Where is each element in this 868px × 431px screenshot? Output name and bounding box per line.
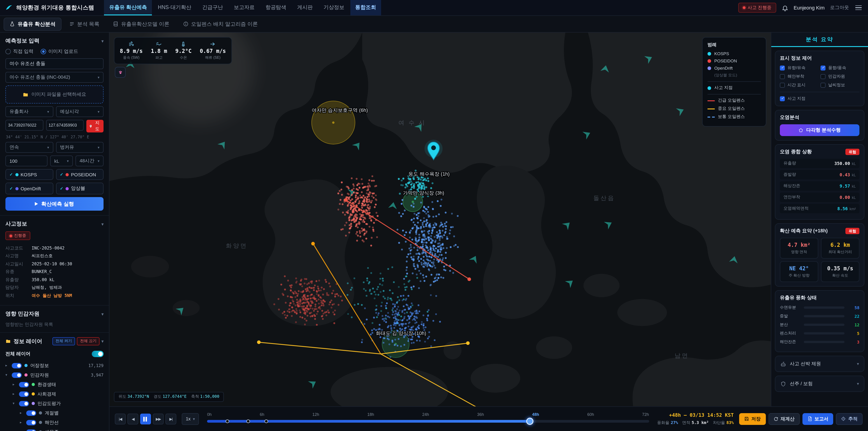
layers-all-on-button[interactable]: 전체 켜기	[52, 337, 75, 345]
run-prediction-button[interactable]: 확산예측 실행	[5, 197, 103, 211]
duration-select[interactable]: 48시간▾	[75, 155, 103, 166]
tab[interactable]: 유출유확산모델 이론	[107, 18, 175, 31]
display-option-checkbox[interactable]: 시간 표시	[780, 82, 819, 88]
model-checkbox-chip[interactable]: ✓ 앙상블	[56, 183, 103, 194]
playback-speed-select[interactable]: 1x▾	[182, 413, 199, 425]
polygon-analysis-button[interactable]: 다각형 분석수행	[780, 124, 860, 136]
playback-button[interactable]: ▌▌	[140, 413, 151, 424]
layer-tree-row[interactable]: ▸ 해안선	[5, 418, 103, 427]
timeline-tick-label[interactable]: 18h	[367, 412, 374, 417]
tree-caret-icon[interactable]: ▾	[13, 401, 16, 405]
nav-item[interactable]: HNS·대기확산	[153, 0, 196, 16]
display-option-checkbox[interactable]: 풍향/풍속	[820, 65, 860, 71]
oil-type-select[interactable]: 벙커유▾	[56, 142, 103, 153]
map-annotation-button[interactable]	[115, 67, 126, 78]
action-button[interactable]: 보고서	[802, 413, 833, 425]
layer-tree-row[interactable]: ▸ 생물종	[5, 427, 103, 431]
spill-type-select[interactable]: 연속▾	[5, 142, 53, 153]
layer-tree-row[interactable]: ▸ 계절별	[5, 408, 103, 418]
collapsible-section-header[interactable]: 선주 / 보험 ▾	[775, 376, 864, 392]
layer-toggle[interactable]	[26, 410, 36, 415]
tree-caret-icon[interactable]: ▸	[20, 411, 24, 415]
nav-item[interactable]: 유출유 확산예측	[104, 0, 152, 16]
nav-item[interactable]: 항공탐색	[260, 0, 291, 16]
display-option-checkbox[interactable]: 날씨정보	[820, 82, 860, 88]
nav-item[interactable]: 긴급구난	[197, 0, 228, 16]
layer-tree-row[interactable]: ▸ 환경생태	[5, 380, 103, 389]
incident-select[interactable]: 여수 유조선 충돌 (INC-0042)▾	[5, 72, 103, 83]
tab[interactable]: 분석 목록	[63, 18, 105, 31]
timeline-tick-label[interactable]: 72h	[642, 412, 649, 417]
incident-name-input[interactable]	[5, 58, 103, 69]
layer-tree-row[interactable]: ▸ 사회경제	[5, 389, 103, 399]
layer-toggle[interactable]	[26, 420, 36, 425]
unit-select[interactable]: kL▾	[50, 155, 73, 166]
input-mode-radio[interactable]: 직접 입력	[5, 49, 33, 55]
longitude-input[interactable]	[46, 120, 84, 131]
timeline-tick-label[interactable]: 48h	[532, 412, 539, 417]
map-canvas[interactable]: 여 수 시화양면돌산읍남면여자만 습지보호구역 (6h)웅도 해수욕장 (1h)…	[110, 33, 771, 406]
timeline-tick-label[interactable]: 60h	[587, 412, 594, 417]
timeline-event-marker[interactable]	[225, 419, 229, 423]
playback-button[interactable]: ◀	[127, 413, 138, 424]
layer-tree-row[interactable]: ▾ 민감자원 3,947	[5, 370, 103, 380]
model-checkbox-chip[interactable]: ✓ POSEIDON	[56, 169, 103, 180]
timeline-event-marker[interactable]	[246, 419, 250, 423]
tab[interactable]: 유출유 확산분석	[4, 18, 61, 31]
display-option-checkbox[interactable]: 해안부착	[780, 74, 819, 80]
timeline-thumb[interactable]	[526, 418, 533, 425]
tree-caret-icon[interactable]: ▸	[5, 363, 9, 368]
action-button[interactable]: 추적	[836, 413, 863, 425]
tree-caret-icon[interactable]: ▸	[20, 420, 24, 425]
nav-item[interactable]: 보고자료	[229, 0, 260, 16]
layer-toggle[interactable]	[19, 391, 29, 397]
spill-amount-input[interactable]	[5, 155, 48, 166]
playback-button[interactable]: ▶|	[165, 413, 176, 424]
tree-caret-icon[interactable]: ▸	[13, 392, 16, 396]
timeline-tick-label[interactable]: 0h	[207, 412, 212, 417]
nav-item[interactable]: 게시판	[292, 0, 318, 16]
timeline-event-marker[interactable]	[265, 419, 268, 423]
nav-item[interactable]: 통합조회	[350, 0, 381, 16]
playback-button[interactable]: ▶▶	[153, 413, 164, 424]
layer-tree-row[interactable]: ▾ 민감도평가	[5, 399, 103, 408]
timeline-slider[interactable]: 0h6h12h18h24h36h48h60h72h	[207, 411, 649, 427]
timeline-tick-label[interactable]: 24h	[422, 412, 429, 417]
layer-toggle[interactable]	[19, 382, 29, 387]
collapse-chevron-icon[interactable]: ▾	[101, 222, 103, 226]
model-checkbox-chip[interactable]: ✓ OpenDrift	[5, 183, 53, 194]
input-mode-radio[interactable]: 이미지 업로드	[41, 49, 78, 55]
timeline-track[interactable]	[207, 420, 649, 423]
layer-toggle[interactable]	[12, 363, 22, 368]
timeline-tick-label[interactable]: 12h	[312, 412, 319, 417]
menu-icon[interactable]	[855, 4, 863, 11]
model-checkbox-chip[interactable]: ✓ KOSPS	[5, 169, 53, 180]
tree-caret-icon[interactable]: ▸	[13, 382, 16, 387]
action-button[interactable]: 저장	[739, 413, 766, 425]
layer-toggle[interactable]	[19, 401, 29, 406]
action-button[interactable]: 재계산	[768, 413, 800, 425]
image-upload-dropzone[interactable]: 이미지 파일을 선택하세요	[5, 86, 103, 103]
collapsible-section-header[interactable]: 사고 선박 제원 ▾	[775, 356, 864, 372]
incident-point-checkbox[interactable]: 사고 지점	[780, 96, 860, 102]
logout-link[interactable]: 로그아웃	[830, 4, 849, 11]
collapse-chevron-icon[interactable]: ▾	[101, 339, 103, 343]
display-option-checkbox[interactable]: 유향/유속	[780, 65, 819, 71]
collapse-chevron-icon[interactable]: ▾	[101, 39, 103, 43]
layers-all-off-button[interactable]: 전체 끄기	[77, 337, 100, 345]
tab[interactable]: 오일펜스 배치 알고리즘 이론	[177, 18, 264, 31]
collapse-chevron-icon[interactable]: ▾	[101, 312, 103, 316]
time-select[interactable]: 예상시각▾	[56, 106, 103, 117]
company-select[interactable]: 유출회사▾	[5, 106, 53, 117]
layer-toggle[interactable]	[26, 429, 36, 431]
latitude-input[interactable]	[5, 120, 43, 131]
playback-button[interactable]: |◀	[115, 413, 126, 424]
notifications-bell-icon[interactable]	[781, 4, 788, 11]
display-option-checkbox[interactable]: 민감자원	[820, 74, 860, 80]
layer-toggle[interactable]	[12, 372, 22, 378]
pick-on-map-button[interactable]: 지도	[86, 120, 103, 132]
tree-caret-icon[interactable]: ▸	[20, 430, 24, 431]
timeline-tick-label[interactable]: 6h	[260, 412, 264, 417]
nav-item[interactable]: 기상정보	[319, 0, 349, 16]
layer-tree-row[interactable]: ▸ 어장정보 17,129	[5, 361, 103, 370]
